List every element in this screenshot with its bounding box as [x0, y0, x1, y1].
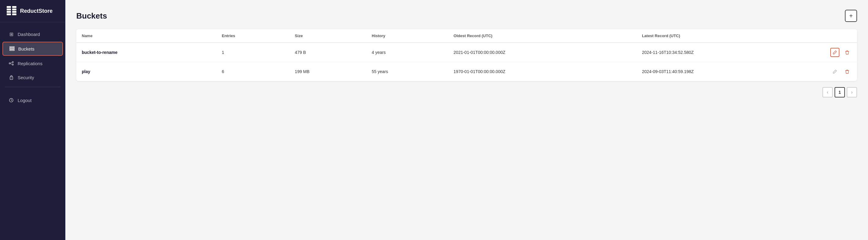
sidebar-item-label: Buckets	[18, 46, 34, 51]
bucket-entries: 1	[216, 43, 289, 62]
bucket-latest-record: 2024-11-16T10:34:52.580Z	[637, 43, 825, 62]
bucket-name: play	[76, 62, 216, 81]
delete-bucket-button[interactable]	[842, 48, 851, 57]
sidebar-item-dashboard[interactable]: ⊞ Dashboard	[2, 28, 63, 41]
bucket-history: 4 years	[366, 43, 448, 62]
delete-bucket-button[interactable]	[842, 67, 851, 76]
sidebar-item-label: Security	[18, 75, 34, 80]
svg-rect-10	[10, 50, 14, 51]
logo: ReductStore	[0, 0, 65, 22]
sidebar-item-label: Dashboard	[18, 32, 40, 37]
bucket-entries: 6	[216, 62, 289, 81]
next-page-button[interactable]: ›	[847, 87, 857, 98]
svg-point-17	[11, 78, 11, 78]
bucket-history: 55 years	[366, 62, 448, 81]
table-header: Name Entries Size History Oldest Record …	[76, 29, 857, 43]
svg-line-14	[10, 62, 12, 63]
sidebar-item-security[interactable]: Security	[2, 71, 63, 84]
svg-rect-1	[7, 8, 11, 10]
main-content: Buckets + Name Entries Size History Olde…	[65, 0, 868, 240]
bucket-latest-record: 2024-09-03T11:40:59.198Z	[637, 62, 825, 81]
bucket-actions	[825, 43, 857, 62]
svg-rect-6	[12, 11, 17, 13]
edit-bucket-button[interactable]	[830, 48, 839, 57]
col-actions	[825, 29, 857, 43]
sidebar-item-logout[interactable]: Logout	[2, 94, 63, 107]
pagination: ‹ 1 ›	[76, 87, 857, 98]
page-title: Buckets	[76, 11, 107, 21]
bucket-oldest-record: 1970-01-01T00:00:00.000Z	[448, 62, 637, 81]
table-body: bucket-to-rename 1 479 B 4 years 2021-01…	[76, 43, 857, 81]
logout-icon	[8, 98, 14, 103]
table-row: bucket-to-rename 1 479 B 4 years 2021-01…	[76, 43, 857, 62]
col-history: History	[366, 29, 448, 43]
svg-rect-3	[7, 14, 11, 15]
add-bucket-button[interactable]: +	[845, 10, 857, 22]
bucket-actions	[825, 62, 857, 81]
sidebar: ReductStore ⊞ Dashboard Buckets	[0, 0, 65, 240]
bucket-name: bucket-to-rename	[76, 43, 216, 62]
security-icon	[8, 75, 14, 80]
page-header: Buckets +	[76, 10, 857, 22]
col-entries: Entries	[216, 29, 289, 43]
svg-point-12	[12, 61, 13, 63]
dashboard-icon: ⊞	[8, 31, 14, 37]
logo-icon	[6, 5, 17, 17]
bucket-size: 199 MB	[289, 62, 366, 81]
col-name: Name	[76, 29, 216, 43]
svg-point-13	[12, 64, 13, 65]
logout-label: Logout	[18, 98, 32, 103]
bucket-size: 479 B	[289, 43, 366, 62]
nav-divider	[5, 87, 60, 87]
svg-rect-8	[10, 47, 14, 48]
svg-rect-9	[10, 48, 14, 49]
svg-rect-0	[7, 6, 11, 8]
nav-menu: ⊞ Dashboard Buckets	[0, 22, 65, 240]
col-latest-record: Latest Record (UTC)	[637, 29, 825, 43]
app-name: ReductStore	[20, 8, 53, 14]
svg-point-11	[9, 63, 10, 64]
svg-rect-4	[12, 6, 17, 8]
table-row: play 6 199 MB 55 years 1970-01-01T00:00:…	[76, 62, 857, 81]
buckets-table-container: Name Entries Size History Oldest Record …	[76, 29, 857, 81]
bucket-oldest-record: 2021-01-01T00:00:00.000Z	[448, 43, 637, 62]
buckets-table: Name Entries Size History Oldest Record …	[76, 29, 857, 81]
sidebar-item-buckets[interactable]: Buckets	[2, 42, 63, 56]
sidebar-bottom: Logout	[0, 89, 65, 113]
replications-icon	[8, 61, 14, 66]
svg-line-15	[10, 64, 12, 64]
svg-rect-2	[7, 11, 11, 13]
sidebar-item-replications[interactable]: Replications	[2, 57, 63, 70]
svg-rect-5	[12, 8, 17, 10]
edit-bucket-button[interactable]	[830, 67, 839, 76]
svg-rect-7	[12, 14, 17, 15]
sidebar-item-label: Replications	[18, 61, 42, 66]
col-size: Size	[289, 29, 366, 43]
buckets-icon	[9, 46, 14, 51]
prev-page-button[interactable]: ‹	[823, 87, 833, 98]
page-number-button[interactable]: 1	[835, 87, 845, 98]
col-oldest-record: Oldest Record (UTC)	[448, 29, 637, 43]
